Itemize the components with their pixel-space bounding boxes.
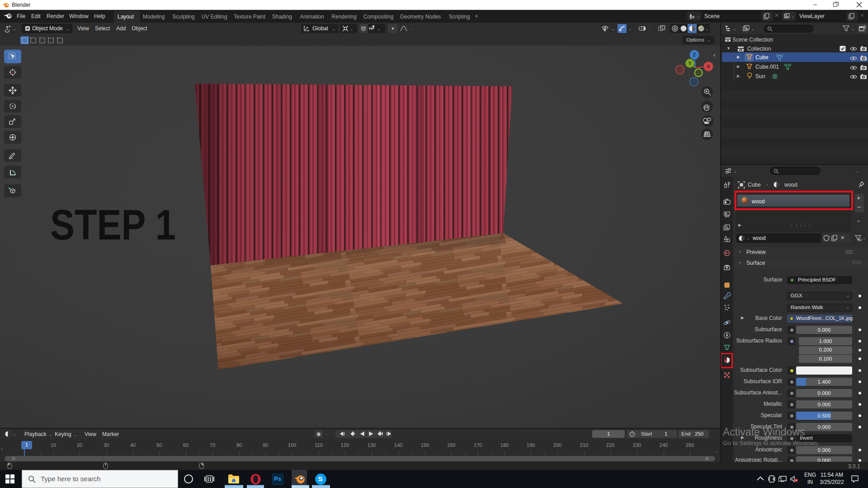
svg-text:Y: Y bbox=[688, 61, 692, 66]
svg-text:X: X bbox=[707, 64, 710, 69]
svg-text:Z: Z bbox=[693, 52, 696, 57]
